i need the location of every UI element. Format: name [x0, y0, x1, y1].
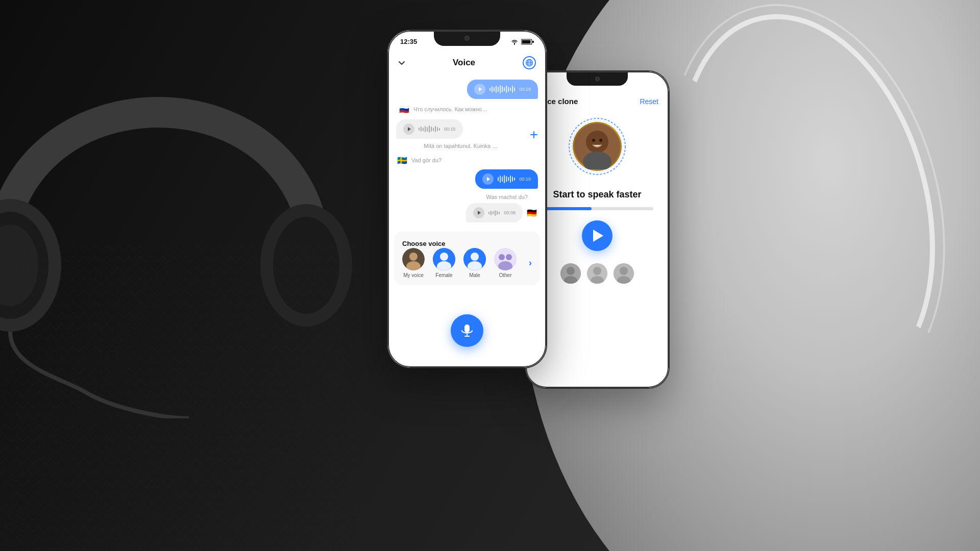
voice-option-other[interactable]: Other: [494, 248, 517, 278]
svg-point-33: [592, 139, 595, 142]
small-avatar-svg-1: [560, 263, 581, 284]
wifi-icon: [510, 39, 519, 45]
flag-swedish: 🇸🇪: [396, 154, 408, 166]
voice-options: My voice Female: [402, 248, 532, 278]
subtitle-text-3: Vad gör du?: [411, 157, 442, 163]
bottom-avatars: [536, 263, 658, 284]
microphone-button[interactable]: [451, 314, 483, 347]
voice-option-male[interactable]: Male: [463, 248, 486, 278]
subtitle-row-1: 🇷🇺 Что случилось. Как можно…: [396, 103, 538, 115]
voice-option-myvoice[interactable]: My voice: [402, 248, 425, 278]
voice-label-myvoice: My voice: [403, 272, 423, 278]
play-button-3[interactable]: [482, 173, 494, 185]
chevron-down-icon[interactable]: [398, 58, 405, 67]
svg-point-20: [471, 253, 479, 261]
svg-point-17: [440, 253, 448, 261]
voice-avatar-myvoice: [402, 248, 425, 270]
plus-button[interactable]: +: [526, 128, 538, 142]
message-content-2: 00:15 Mitä on tapahtunut. Kuinka …: [396, 119, 526, 150]
subtitle-text-4: Was machst du?: [476, 193, 538, 201]
svg-point-34: [599, 139, 602, 142]
svg-point-14: [409, 253, 418, 261]
front-camera-secondary: [595, 77, 600, 81]
reset-button[interactable]: Reset: [640, 97, 658, 106]
small-avatar-2[interactable]: [587, 263, 607, 284]
avatar-ring: [567, 116, 628, 177]
globe-icon[interactable]: [523, 56, 536, 69]
small-avatar-1[interactable]: [560, 263, 581, 284]
svg-point-32: [586, 131, 608, 153]
subtitle-row-3: 🇸🇪 Vad gör du?: [396, 154, 442, 166]
subtitle-text-2: Mitä on tapahtunut. Kuinka …: [396, 142, 526, 150]
msg-duration-4: 00:08: [504, 210, 516, 215]
small-avatar-svg-3: [614, 263, 634, 284]
choose-voice-panel: Choose voice My voice: [394, 232, 540, 285]
person-svg: [574, 123, 620, 169]
svg-rect-6: [522, 40, 531, 43]
battery-icon: [521, 39, 534, 45]
voice-title: Voice: [453, 58, 475, 68]
play-button-1[interactable]: [474, 84, 485, 95]
msg-duration-1: 00:19: [519, 87, 531, 92]
svg-point-40: [593, 267, 601, 275]
subtitle-row-4-text: Was machst du?: [396, 193, 538, 201]
voice-label-other: Other: [499, 272, 511, 278]
svg-rect-7: [532, 41, 534, 43]
progress-bar-fill: [541, 207, 592, 210]
msg-duration-2: 00:15: [444, 127, 456, 132]
small-avatar-3[interactable]: [614, 263, 634, 284]
phone-primary-notch: [434, 31, 500, 46]
voice-avatar-other: [494, 248, 517, 270]
phone-secondary-screen: Voice clone Reset: [526, 71, 669, 388]
svg-point-43: [620, 267, 628, 275]
phone-primary: 12:35: [388, 31, 546, 367]
msg-duration-3: 00:10: [519, 177, 531, 182]
voice-option-female[interactable]: Female: [433, 248, 455, 278]
voice-avatar-female: [433, 248, 455, 270]
message-row-3: 🇸🇪 Vad gör du?: [396, 154, 538, 189]
status-icons: [510, 39, 534, 45]
small-avatar-svg-2: [587, 263, 607, 284]
play-button-4[interactable]: [473, 207, 484, 218]
choose-voice-title: Choose voice: [402, 240, 446, 247]
message-outgoing-2: 00:10: [475, 169, 538, 189]
avatar-ring-container: [536, 116, 658, 177]
phones-container: 12:35: [388, 31, 546, 367]
play-triangle-icon: [593, 230, 603, 242]
play-button-large[interactable]: [582, 220, 612, 251]
phone-secondary: Voice clone Reset: [526, 71, 669, 388]
message-row-4: Was machst du?: [396, 193, 538, 222]
front-camera: [464, 36, 470, 41]
flag-russian: 🇷🇺: [398, 103, 410, 115]
voice-clone-header: Voice clone Reset: [536, 97, 658, 106]
play-button-2[interactable]: [403, 123, 414, 135]
speaker-avatar: [573, 122, 622, 171]
svg-point-37: [567, 267, 575, 275]
subtitle-text-1: Что случилось. Как можно…: [413, 106, 487, 112]
diamond-texture: [0, 245, 357, 551]
message-incoming-2: 00:08 🇩🇪: [396, 203, 538, 222]
phone-primary-screen: 12:35: [388, 31, 546, 367]
status-time: 12:35: [400, 38, 417, 45]
voice-label-female: Female: [435, 272, 452, 278]
mic-icon: [460, 323, 474, 338]
flag-german: 🇩🇪: [526, 207, 538, 219]
message-incoming-1: 00:15: [396, 119, 526, 139]
phone-secondary-notch: [567, 71, 628, 86]
voice-avatar-male: [463, 248, 486, 270]
svg-point-24: [506, 254, 512, 260]
progress-bar: [541, 207, 653, 210]
message-row-2: 00:15 Mitä on tapahtunut. Kuinka … +: [396, 119, 538, 150]
chat-area: 00:19 🇷🇺 Что случилось. Как можно…: [388, 76, 546, 227]
message-outgoing-1: 00:19: [396, 80, 538, 99]
speak-faster-label: Start to speak faster: [536, 189, 658, 200]
svg-point-23: [499, 254, 505, 260]
voice-next-arrow[interactable]: ›: [529, 258, 532, 268]
voice-label-male: Male: [469, 272, 480, 278]
svg-rect-26: [464, 324, 470, 333]
